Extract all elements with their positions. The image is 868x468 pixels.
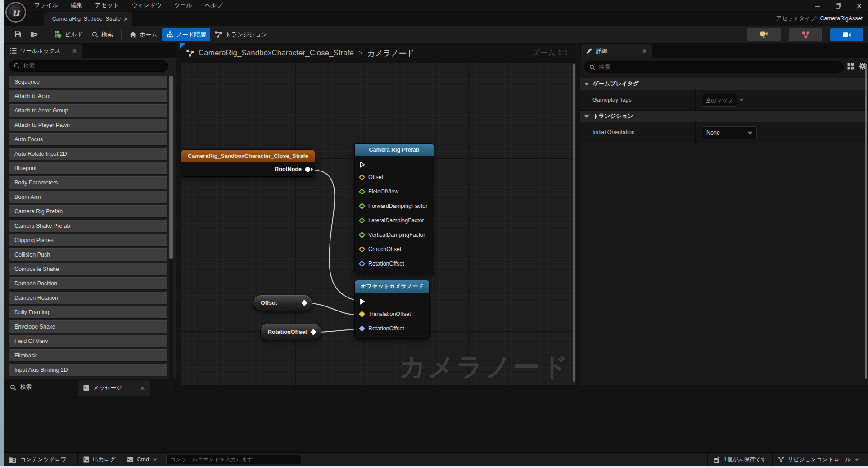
breadcrumb-current[interactable]: カメラノード xyxy=(367,48,414,58)
messages-tab-close-icon[interactable] xyxy=(140,386,145,390)
toolbox-list-item[interactable]: Attach to Actor xyxy=(9,90,167,102)
revision-control-button[interactable]: リビジョンコントロール xyxy=(773,453,864,466)
console-command-input[interactable] xyxy=(166,455,301,464)
transition-button[interactable]: トランジション xyxy=(210,28,271,41)
find-results-tab[interactable]: 検索 xyxy=(10,383,32,391)
chevron-down-icon[interactable] xyxy=(739,98,744,101)
exec-pin-icon[interactable] xyxy=(360,298,365,305)
menu-item[interactable]: アセット xyxy=(95,1,119,9)
details-tab[interactable]: 詳細 xyxy=(581,44,652,58)
pin-diamond-icon[interactable] xyxy=(359,325,365,332)
node-header[interactable]: CameraRig_SandboxCharacter_Close_Strafe xyxy=(181,150,315,162)
collapse-triangle-icon[interactable] xyxy=(584,115,589,118)
toolbox-list-item[interactable]: Clipping Planes xyxy=(9,234,167,246)
details-view-options-icon[interactable] xyxy=(847,63,854,70)
toolbox-list-item[interactable]: Filmback xyxy=(9,349,167,361)
toolbox-list-item[interactable]: Body Parameters xyxy=(9,176,167,189)
messages-tab[interactable]: メッセージ xyxy=(78,380,150,396)
toolbox-tab-close-icon[interactable] xyxy=(72,49,77,53)
graph-scrollbar[interactable] xyxy=(573,64,575,382)
camera-rewind-button[interactable] xyxy=(747,28,781,41)
toolbox-scrollbar[interactable] xyxy=(169,76,173,396)
node-camera-rig-root[interactable]: CameraRig_SandboxCharacter_Close_Strafe … xyxy=(181,149,315,177)
pin-row[interactable]: TranslationOffset xyxy=(355,307,429,321)
node-offset-camera[interactable]: オフセットカメラノード TranslationOffset xyxy=(354,280,430,339)
menu-item[interactable]: ヘルプ xyxy=(205,1,223,9)
menu-item[interactable]: 編集 xyxy=(71,1,82,9)
toolbox-list-item[interactable]: Attach to Player Pawn xyxy=(9,119,167,131)
section-transition[interactable]: トランジション xyxy=(580,111,868,122)
breadcrumb-root[interactable]: CameraRig_SandboxCharacter_Close_Strafe xyxy=(199,49,354,58)
maximize-button[interactable] xyxy=(834,2,843,10)
details-search-input[interactable] xyxy=(599,64,839,70)
exec-pin-row[interactable] xyxy=(355,296,429,307)
menu-item[interactable]: ツール xyxy=(174,1,192,9)
node-offset-parameter[interactable]: Offset xyxy=(253,295,312,311)
node-hierarchy-button[interactable]: ノード階層 xyxy=(162,28,211,41)
toolbox-list-item[interactable]: Field Of View xyxy=(9,335,167,347)
pin-diamond-icon[interactable] xyxy=(359,246,365,252)
collapse-triangle-icon[interactable] xyxy=(584,83,589,86)
pin-diamond-icon[interactable] xyxy=(359,261,365,267)
node-camera-rig-prefab[interactable]: Camera Rig Prefab Offset Fi xyxy=(354,143,434,274)
details-scrollbar[interactable] xyxy=(865,64,867,379)
toolbox-list-item[interactable]: Dolly Framing xyxy=(9,306,167,318)
close-window-button[interactable] xyxy=(854,2,863,10)
toolbox-list-item[interactable]: Dampen Rotation xyxy=(9,292,167,304)
pin-diamond-icon[interactable] xyxy=(359,311,365,317)
pin-row[interactable]: VerticalDampingFactor xyxy=(355,228,434,242)
menu-item[interactable]: ファイル xyxy=(34,1,58,9)
toolbox-list-item[interactable]: Camera Rig Prefab xyxy=(9,205,167,217)
toolbox-scrollbar-thumb[interactable] xyxy=(169,76,173,259)
cmd-selector[interactable]: Cmd xyxy=(121,453,162,466)
toolbox-list-item[interactable]: Sequence xyxy=(9,76,167,88)
toolbox-list-item[interactable]: Auto Rotate Input 2D xyxy=(9,148,167,160)
pin-diamond-icon[interactable] xyxy=(310,328,316,335)
pin-row[interactable]: ForwardDampingFactor xyxy=(355,199,434,213)
toolbox-search-input[interactable] xyxy=(23,63,163,69)
asset-tab-close-icon[interactable] xyxy=(124,17,128,21)
node-header[interactable]: Camera Rig Prefab xyxy=(355,144,434,156)
rootnode-pin-row[interactable]: RootNode xyxy=(181,162,315,176)
toolbox-list-item[interactable]: Attach to Actor Group xyxy=(9,104,167,117)
toolbox-list-item[interactable]: Collision Push xyxy=(9,248,167,261)
details-tab-close-icon[interactable] xyxy=(642,49,646,53)
rootnode-output-pin-icon[interactable] xyxy=(305,167,310,172)
column-divider[interactable] xyxy=(695,90,696,110)
asset-tab[interactable]: CameraRig_S...lose_Strafe xyxy=(44,12,132,26)
content-drawer-button[interactable]: コンテンツドロワー xyxy=(4,453,77,466)
initial-orientation-dropdown[interactable]: None xyxy=(702,126,757,139)
pin-row[interactable]: FieldOfView xyxy=(355,184,434,199)
transition-graph-button[interactable] xyxy=(789,28,822,41)
pin-diamond-icon[interactable] xyxy=(301,300,307,306)
home-button[interactable]: ホーム xyxy=(125,28,162,41)
pin-diamond-icon[interactable] xyxy=(359,217,365,224)
toolbox-list-item[interactable]: Envelope Shake xyxy=(9,320,167,333)
toolbox-list-item[interactable]: Blueprint xyxy=(9,162,167,174)
camera-node-graph[interactable]: CameraRig_SandboxCharacter_Close_Strafe … xyxy=(180,43,576,385)
toolbox-search[interactable] xyxy=(9,60,168,72)
gameplay-tags-value-button[interactable]: 空のマップ xyxy=(702,94,737,107)
toolbox-list-item[interactable]: Auto Focus xyxy=(9,133,167,145)
toolbox-list-item[interactable]: Dampen Position xyxy=(9,277,167,289)
section-gameplay-tags[interactable]: ゲームプレイタグ xyxy=(580,78,868,90)
details-search[interactable] xyxy=(584,61,844,73)
pin-diamond-icon[interactable] xyxy=(359,203,365,209)
build-button[interactable]: ビルド xyxy=(50,28,87,41)
minimize-button[interactable] xyxy=(813,2,822,10)
toolbox-list-item[interactable]: Input Axis Binding 2D xyxy=(9,364,167,376)
node-header[interactable]: オフセットカメラノード xyxy=(355,280,429,292)
pin-diamond-icon[interactable] xyxy=(359,189,365,195)
camera-preview-button[interactable] xyxy=(830,28,863,41)
pin-row[interactable]: CrouchOffset xyxy=(355,242,434,256)
output-log-button[interactable]: 出力ログ xyxy=(78,453,121,466)
browse-asset-button[interactable] xyxy=(26,28,42,40)
search-button[interactable]: 検索 xyxy=(87,28,118,41)
toolbox-list-item[interactable]: Boom Arm xyxy=(9,191,167,203)
toolbox-tab[interactable]: ツールボックス xyxy=(5,44,82,58)
menu-item[interactable]: ウィンドウ xyxy=(131,1,162,9)
pin-diamond-icon[interactable] xyxy=(359,174,365,180)
toolbox-list-item[interactable]: Composite Shake xyxy=(9,263,167,275)
exec-pin-row[interactable] xyxy=(355,159,434,170)
exec-pin-icon[interactable] xyxy=(360,162,365,168)
